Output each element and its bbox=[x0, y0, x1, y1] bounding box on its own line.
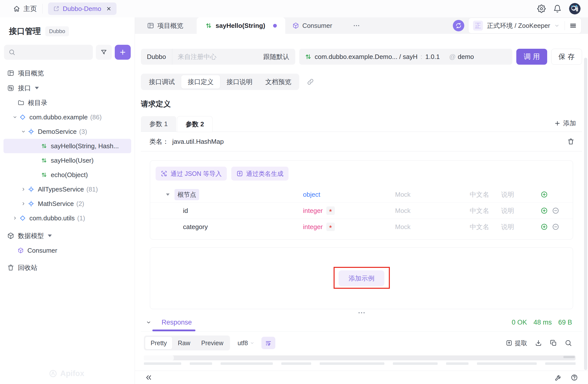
tab-doc-preview[interactable]: 文档预览 bbox=[259, 75, 298, 89]
vertical-scrollbar[interactable] bbox=[584, 58, 587, 370]
filter-button[interactable] bbox=[96, 45, 112, 60]
link-icon[interactable] bbox=[307, 78, 314, 86]
collapse-sidebar-icon[interactable] bbox=[145, 374, 152, 381]
type-value[interactable]: object bbox=[303, 191, 320, 198]
wrap-lines-toggle[interactable] bbox=[261, 337, 275, 349]
mock-placeholder[interactable]: Mock bbox=[395, 223, 470, 231]
tree-item-consumer-model[interactable]: Consumer bbox=[3, 243, 131, 258]
required-asterisk[interactable]: * bbox=[326, 223, 335, 231]
remove-field-icon[interactable] bbox=[552, 223, 559, 231]
view-tab-raw[interactable]: Raw bbox=[172, 337, 196, 349]
menu-burger-icon[interactable] bbox=[569, 22, 577, 29]
tab-consumer[interactable]: Consumer bbox=[285, 17, 339, 34]
extract-button[interactable]: 提取 bbox=[506, 339, 527, 347]
search-input[interactable] bbox=[18, 48, 88, 56]
mock-placeholder[interactable]: Mock bbox=[395, 207, 470, 215]
view-tab-pretty[interactable]: Pretty bbox=[145, 337, 172, 349]
tab-api-definition[interactable]: 接口定义 bbox=[181, 75, 220, 89]
desc-placeholder[interactable]: 说明 bbox=[501, 223, 540, 231]
project-tab[interactable]: Dubbo-Demo bbox=[48, 2, 117, 15]
add-example-button[interactable]: 添加示例 bbox=[339, 270, 384, 286]
add-field-icon[interactable] bbox=[540, 223, 548, 231]
tab-sayhello-string[interactable]: sayHello(String) bbox=[197, 17, 285, 34]
chevron-down-icon[interactable] bbox=[21, 129, 26, 134]
registry-selector[interactable]: Dubbo 来自注册中心 跟随默认 bbox=[141, 49, 295, 65]
invoke-button[interactable]: 调用 bbox=[516, 49, 547, 65]
tab-param-2[interactable]: 参数 2 bbox=[177, 116, 213, 132]
table-row-id[interactable]: id integer * Mock 中文名 说明 bbox=[150, 202, 573, 219]
field-name[interactable]: category bbox=[175, 223, 303, 231]
add-field-icon[interactable] bbox=[540, 207, 548, 214]
more-tabs-button[interactable] bbox=[349, 17, 364, 34]
type-value[interactable]: integer bbox=[303, 223, 323, 231]
collapse-caret-icon[interactable] bbox=[166, 193, 175, 196]
view-tab-preview[interactable]: Preview bbox=[196, 337, 229, 349]
save-button[interactable]: 保存 bbox=[551, 49, 582, 65]
search-box[interactable] bbox=[4, 45, 93, 60]
settings-gear-icon[interactable] bbox=[537, 4, 546, 13]
tree-item-root-dir[interactable]: 根目录 bbox=[3, 96, 131, 110]
sidebar-item-overview[interactable]: 项目概览 bbox=[3, 66, 131, 81]
root-node-chip[interactable]: 根节点 bbox=[175, 189, 199, 200]
encoding-selector[interactable]: utf8 bbox=[237, 339, 255, 347]
class-name-label: 类名： bbox=[149, 137, 169, 146]
tree-item-echo-object[interactable]: echo(Object) bbox=[3, 168, 131, 182]
add-field-icon[interactable] bbox=[540, 191, 548, 198]
search-icon[interactable] bbox=[565, 339, 572, 347]
chevron-right-icon[interactable] bbox=[21, 201, 26, 206]
desc-placeholder[interactable]: 说明 bbox=[501, 206, 540, 215]
tree-item-sayhello-user[interactable]: sayHello(User) bbox=[3, 153, 131, 168]
desc-placeholder[interactable]: 说明 bbox=[501, 190, 540, 199]
response-tab[interactable]: Response bbox=[162, 319, 192, 326]
sidebar-item-trash[interactable]: 回收站 bbox=[3, 260, 131, 275]
tree-item-package-example[interactable]: com.dubbo.example (86) bbox=[3, 110, 131, 124]
chevron-down-icon[interactable] bbox=[12, 115, 17, 120]
generate-from-class-button[interactable]: 通过类名生成 bbox=[231, 167, 289, 181]
required-asterisk[interactable]: * bbox=[326, 206, 335, 215]
home-button[interactable]: 主页 bbox=[13, 4, 37, 13]
document-tab-strip: 项目概览 sayHello(String) Consumer bbox=[135, 17, 588, 34]
tab-api-debug[interactable]: 接口调试 bbox=[142, 75, 181, 89]
response-scroll-strip[interactable] bbox=[144, 355, 576, 360]
cn-name-placeholder[interactable]: 中文名 bbox=[470, 190, 501, 199]
import-json-button[interactable]: 通过 JSON 等导入 bbox=[156, 167, 227, 181]
chevron-down-icon[interactable] bbox=[145, 319, 152, 326]
tab-api-description[interactable]: 接口说明 bbox=[220, 75, 259, 89]
sidebar-section-api[interactable]: 接口 bbox=[3, 81, 131, 96]
tree-item-alltypes-service[interactable]: AllTypesService (81) bbox=[3, 182, 131, 196]
sync-button[interactable] bbox=[453, 20, 464, 31]
environment-selector[interactable]: 正 正式环境 / ZooKeeper bbox=[468, 18, 582, 34]
tree-item-package-utils[interactable]: com.dubbo.utils (1) bbox=[3, 211, 131, 225]
download-icon[interactable] bbox=[535, 339, 542, 347]
tree-item-math-service[interactable]: MathService (2) bbox=[3, 196, 131, 211]
delete-param-trash-icon[interactable] bbox=[567, 138, 575, 145]
cn-name-placeholder[interactable]: 中文名 bbox=[470, 206, 501, 215]
add-button[interactable] bbox=[115, 45, 131, 60]
copy-icon[interactable] bbox=[550, 339, 557, 347]
field-name[interactable]: id bbox=[175, 207, 303, 215]
service-group: demo bbox=[458, 53, 474, 60]
table-row-root[interactable]: 根节点 object Mock 中文名 说明 bbox=[150, 187, 573, 202]
mock-placeholder[interactable]: Mock bbox=[395, 191, 470, 198]
notification-bell-icon[interactable] bbox=[553, 4, 562, 13]
class-name-value[interactable]: java.util.HashMap bbox=[172, 138, 224, 145]
tree-item-sayhello-string-hash[interactable]: sayHello(String, Hash... bbox=[3, 139, 131, 153]
panel-drag-handle[interactable] bbox=[141, 312, 582, 313]
add-param-button[interactable]: 添加 bbox=[554, 119, 576, 128]
tree-item-demo-service[interactable]: DemoService (3) bbox=[3, 124, 131, 139]
avatar[interactable] bbox=[569, 3, 581, 14]
type-value[interactable]: integer bbox=[303, 207, 323, 215]
sidebar-section-models[interactable]: 数据模型 bbox=[3, 228, 131, 243]
chevron-right-icon[interactable] bbox=[21, 187, 26, 192]
remove-field-icon[interactable] bbox=[552, 207, 559, 214]
close-icon[interactable] bbox=[106, 6, 112, 11]
cn-name-placeholder[interactable]: 中文名 bbox=[470, 223, 501, 231]
table-row-category[interactable]: category integer * Mock 中文名 说明 bbox=[150, 219, 573, 235]
service-method-field[interactable]: com.dubbo.example.Demo... / sayH : 1.0.1… bbox=[299, 49, 512, 65]
tab-project-overview[interactable]: 项目概览 bbox=[140, 17, 190, 34]
help-icon[interactable] bbox=[571, 374, 578, 381]
tools-wrench-icon[interactable] bbox=[555, 374, 562, 381]
chevron-right-icon[interactable] bbox=[12, 216, 17, 221]
section-caret-icon bbox=[35, 87, 39, 89]
tab-param-1[interactable]: 参数 1 bbox=[141, 116, 176, 132]
